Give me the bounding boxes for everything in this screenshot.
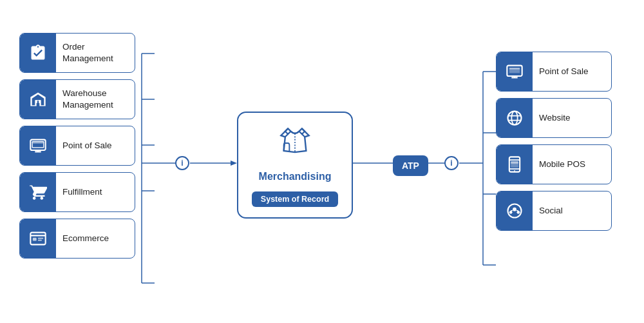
order-management-label: Order Management bbox=[56, 41, 135, 64]
right-info-circle[interactable]: i bbox=[444, 156, 459, 170]
pos-right-card: Point of Sale bbox=[496, 52, 612, 92]
svg-point-41 bbox=[514, 170, 515, 171]
warehouse-management-card: WarehouseManagement bbox=[19, 79, 135, 119]
mobile-pos-icon bbox=[497, 145, 533, 184]
svg-rect-27 bbox=[33, 237, 37, 240]
svg-marker-8 bbox=[231, 161, 237, 166]
center-merchandising-box: Merchandising System of Record bbox=[237, 112, 353, 219]
mobile-pos-svg-icon bbox=[506, 155, 524, 173]
pos-right-svg-icon bbox=[506, 63, 524, 81]
globe-icon bbox=[506, 109, 524, 127]
ecommerce-icon bbox=[20, 219, 56, 258]
pos-left-card: Point of Sale bbox=[19, 126, 135, 166]
social-icon bbox=[497, 191, 533, 230]
mobile-pos-label: Mobile POS bbox=[533, 159, 592, 170]
svg-point-46 bbox=[509, 211, 513, 214]
svg-point-45 bbox=[513, 207, 516, 211]
fulfillment-icon bbox=[20, 173, 56, 211]
pos-left-label: Point of Sale bbox=[56, 140, 118, 152]
svg-rect-33 bbox=[509, 68, 520, 69]
ecommerce-label: Ecommerce bbox=[56, 233, 115, 244]
ecommerce-card: Ecommerce bbox=[19, 219, 135, 259]
website-card: Website bbox=[496, 98, 612, 138]
right-column: Point of Sale Website bbox=[496, 52, 612, 231]
fulfillment-card: Fulfillment bbox=[19, 172, 135, 212]
social-svg-icon bbox=[506, 202, 524, 220]
clipboard-icon bbox=[29, 44, 47, 62]
svg-rect-19 bbox=[36, 100, 37, 103]
website-icon bbox=[497, 99, 533, 137]
left-info-circle[interactable]: i bbox=[175, 156, 189, 170]
cart-icon bbox=[29, 183, 47, 201]
pos-right-icon bbox=[497, 52, 533, 91]
left-column: Order Management WarehouseManagement bbox=[19, 33, 135, 259]
svg-rect-28 bbox=[38, 237, 43, 239]
diagram: Order Management WarehouseManagement bbox=[6, 14, 638, 310]
mobile-pos-card: Mobile POS bbox=[496, 144, 612, 184]
ecommerce-svg-icon bbox=[29, 230, 47, 248]
pos-svg-icon bbox=[29, 137, 47, 155]
pos-left-icon bbox=[20, 126, 56, 165]
svg-rect-43 bbox=[511, 161, 518, 164]
social-label: Social bbox=[533, 205, 569, 217]
order-management-icon bbox=[20, 34, 56, 72]
order-management-card: Order Management bbox=[19, 33, 135, 73]
social-card: Social bbox=[496, 191, 612, 231]
center-title: Merchandising bbox=[259, 171, 332, 182]
fulfillment-label: Fulfillment bbox=[56, 186, 109, 198]
pos-right-label: Point of Sale bbox=[533, 66, 595, 77]
jacket-icon bbox=[278, 126, 312, 162]
svg-point-34 bbox=[508, 111, 522, 124]
warehouse-management-label: WarehouseManagement bbox=[56, 88, 120, 110]
website-label: Website bbox=[533, 112, 577, 124]
atp-badge: ATP bbox=[393, 155, 428, 176]
svg-rect-20 bbox=[39, 100, 40, 103]
system-of-record-badge: System of Record bbox=[252, 191, 338, 207]
svg-rect-25 bbox=[33, 142, 43, 143]
warehouse-icon bbox=[20, 80, 56, 119]
svg-rect-29 bbox=[38, 239, 42, 240]
svg-point-47 bbox=[517, 211, 520, 214]
svg-point-35 bbox=[511, 111, 517, 124]
warehouse-svg-icon bbox=[29, 90, 47, 108]
